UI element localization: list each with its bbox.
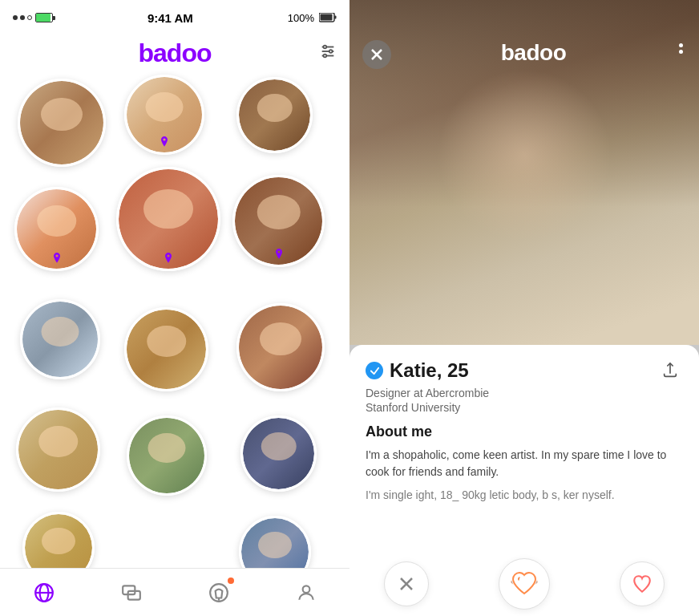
profile-photo-area: badoo (350, 0, 699, 345)
location-pin-2 (158, 136, 171, 152)
battery-fill (36, 14, 51, 22)
close-button[interactable] (362, 40, 391, 69)
dislike-button[interactable] (384, 561, 429, 606)
person-bubble-3[interactable] (236, 77, 313, 153)
left-panel: 9:41 AM 100% badoo (0, 0, 350, 616)
verified-icon (366, 362, 383, 379)
battery-icon (35, 13, 53, 22)
globe-icon (34, 582, 55, 603)
options-dot-1 (679, 43, 683, 47)
person-bubble-12[interactable] (240, 415, 317, 492)
about-text: I'm a shopaholic, come keen artist. In m… (366, 447, 683, 480)
checkmark-icon (370, 366, 380, 376)
battery-percent: 100% (288, 12, 314, 24)
person-bubble-10[interactable] (16, 407, 100, 492)
right-panel: badoo Katie, 25 (350, 0, 699, 616)
person-bubble-7[interactable] (20, 299, 100, 379)
like-heart-icon (632, 573, 653, 594)
person-bubble-1[interactable] (18, 79, 106, 167)
left-header: badoo (0, 35, 350, 71)
profile-card: Katie, 25 Designer at Abercrombie Stanfo… (350, 345, 699, 552)
person-bubble-4[interactable] (14, 187, 99, 271)
nav-notifications[interactable] (199, 573, 239, 613)
location-pin-6 (273, 249, 285, 265)
status-right: 100% (288, 12, 337, 24)
signal-dots (13, 15, 32, 20)
nav-messages[interactable] (111, 573, 152, 613)
location-pin-4 (51, 253, 63, 269)
options-button[interactable] (676, 40, 686, 57)
people-grid (0, 71, 350, 568)
profile-school: Stanford University (366, 401, 683, 414)
right-logo: badoo (501, 40, 567, 66)
svg-point-7 (329, 50, 333, 53)
notifications-icon (208, 582, 229, 603)
person-bubble-2[interactable] (124, 75, 204, 155)
superlike-button[interactable] (499, 558, 550, 610)
filter-button[interactable] (319, 43, 337, 64)
svg-point-16 (302, 586, 309, 593)
status-bar: 9:41 AM 100% (0, 0, 350, 35)
status-left (13, 13, 53, 22)
profile-name: Katie, 25 (390, 359, 469, 382)
action-bar (350, 552, 699, 616)
battery-full-icon (319, 13, 337, 22)
signal-dot-2 (20, 15, 25, 20)
profile-name-row: Katie, 25 (366, 358, 683, 383)
person-bubble-9[interactable] (236, 303, 325, 391)
signal-dot-1 (13, 15, 18, 20)
person-bubble-11[interactable] (127, 415, 207, 496)
about-title: About me (366, 424, 683, 440)
person-bubble-5[interactable] (116, 167, 220, 271)
svg-point-6 (324, 45, 327, 48)
person-bubble-8[interactable] (124, 307, 208, 391)
profile-icon (296, 582, 317, 603)
options-dot-2 (679, 50, 683, 54)
status-time: 9:41 AM (147, 11, 193, 25)
profile-name-verified: Katie, 25 (366, 359, 469, 382)
person-photo-9 (239, 306, 322, 389)
share-button[interactable] (657, 358, 683, 383)
person-photo-12 (243, 418, 314, 489)
person-bubble-6[interactable] (232, 175, 325, 267)
superlike-heart-icon (510, 569, 539, 598)
person-bubble-13[interactable] (22, 512, 95, 568)
bottom-nav (0, 568, 350, 616)
person-photo-14 (241, 518, 309, 568)
left-logo: badoo (139, 38, 212, 68)
person-photo-13 (25, 514, 92, 568)
nav-explore[interactable] (24, 573, 64, 613)
person-photo-3 (239, 79, 310, 151)
profile-job: Designer at Abercrombie (366, 387, 683, 399)
person-photo-11 (129, 418, 204, 493)
right-header-overlay: badoo (350, 0, 699, 69)
nav-profile[interactable] (286, 573, 326, 613)
like-button[interactable] (620, 561, 665, 606)
signal-dot-3 (27, 15, 32, 20)
person-photo-7 (22, 302, 98, 377)
person-photo-1 (20, 81, 103, 164)
person-photo-8 (127, 310, 206, 389)
location-pin-5 (162, 253, 175, 269)
svg-rect-2 (334, 16, 337, 19)
svg-point-8 (324, 54, 327, 57)
messages-icon (121, 582, 142, 603)
svg-rect-1 (321, 14, 333, 21)
notification-badge (228, 578, 234, 584)
person-photo-10 (18, 410, 98, 489)
about-text-partial: I'm single ight, 18_ 90kg letic body, b … (366, 487, 683, 504)
person-bubble-14[interactable] (239, 516, 311, 568)
